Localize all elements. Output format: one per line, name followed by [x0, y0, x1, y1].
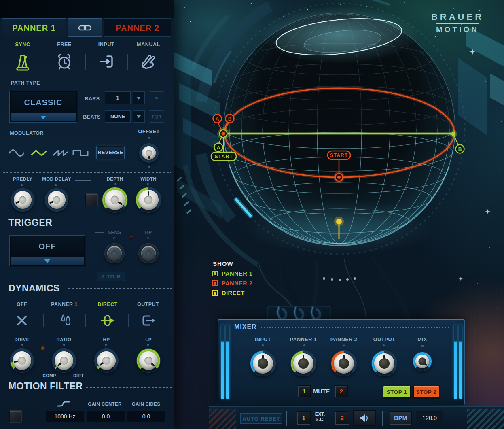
- mixer-input-knob[interactable]: [250, 351, 275, 376]
- bars-dropdown-button[interactable]: [133, 91, 145, 104]
- panner1-b-node[interactable]: [451, 132, 456, 136]
- ext-sc-label: EXT.S.C.: [311, 412, 329, 422]
- waveform-saw-button[interactable]: [51, 148, 70, 158]
- dyn-direct-button[interactable]: [100, 314, 115, 328]
- svg-text:B: B: [458, 147, 462, 152]
- free-mode-button[interactable]: [55, 52, 73, 73]
- triplet-button[interactable]: 3: [149, 110, 164, 123]
- waveform-square-button[interactable]: [71, 148, 90, 158]
- mixer-panner2-knob[interactable]: [331, 351, 356, 376]
- ratio-knob[interactable]: [52, 349, 76, 372]
- panner2-visibility-checkbox[interactable]: [212, 280, 218, 286]
- dyn-hp-knob[interactable]: [95, 349, 118, 372]
- mod-delay-label: MOD DELAY: [42, 176, 71, 181]
- mixer-output-knob[interactable]: [372, 351, 397, 376]
- gain-center-field[interactable]: 0.0: [87, 411, 125, 422]
- predelay-knob[interactable]: [11, 189, 34, 211]
- input-arrow-icon: [97, 53, 115, 71]
- chevron-down-icon: [44, 259, 50, 263]
- mod-delay-knob[interactable]: [45, 189, 68, 211]
- sens-knob[interactable]: [105, 244, 124, 263]
- x-icon: [16, 315, 28, 326]
- auto-reset-button[interactable]: AUTO RESET: [240, 413, 282, 424]
- marker-orange-a[interactable]: A: [213, 115, 222, 123]
- dyn-output-label: OUTPUT: [137, 302, 159, 307]
- bars-dot-button[interactable]: [149, 91, 164, 104]
- plugin-window: A B A START B START: [0, 0, 504, 429]
- width-knob[interactable]: [136, 187, 161, 212]
- stop2-button[interactable]: STOP 2: [413, 386, 439, 398]
- mixer-header: MIXER: [234, 323, 257, 331]
- control-panel: PANNER 1 PANNER 2 SYNC FREE INPUT MANUAL: [0, 0, 174, 429]
- mute2-button[interactable]: 2: [335, 386, 347, 397]
- dyn-direct-label: DIRECT: [98, 302, 118, 307]
- show-item-panner1[interactable]: PANNER 1: [210, 270, 252, 277]
- mod-delay-link-button[interactable]: [85, 194, 97, 206]
- mixer-panel: MIXER INPUT PANNER 1 PANNER 2 OUTPUT MIX…: [218, 319, 465, 405]
- mute1-button[interactable]: 1: [298, 386, 310, 397]
- a-to-b-button[interactable]: A TO B: [97, 272, 125, 281]
- beats-dropdown-button[interactable]: [133, 110, 145, 123]
- bpm-button[interactable]: BPM: [390, 412, 411, 425]
- trigger-value: OFF: [11, 236, 84, 257]
- mixer-panner1-knob[interactable]: [291, 351, 316, 376]
- bars-value[interactable]: 1: [105, 91, 131, 104]
- path-type-dropdown[interactable]: CLASSIC: [9, 91, 77, 123]
- trigger-dropdown[interactable]: OFF: [9, 235, 85, 266]
- filter-freq-field[interactable]: 1000 Hz: [46, 411, 84, 422]
- dyn-panner1-label: PANNER 1: [51, 302, 77, 307]
- trigger-dropdown-strip[interactable]: [11, 257, 84, 265]
- link-icon: [78, 24, 92, 32]
- chevron-down-icon: [40, 116, 46, 119]
- show-item-direct[interactable]: DIRECT: [210, 290, 252, 296]
- bpm-value-field[interactable]: 120.0: [416, 411, 443, 425]
- waveform-triangle-button[interactable]: [30, 148, 48, 158]
- stop1-button[interactable]: STOP 1: [383, 386, 411, 398]
- sine-wave-icon: [8, 149, 25, 157]
- sync-mode-button[interactable]: [14, 52, 32, 73]
- direct-visibility-checkbox[interactable]: [212, 290, 218, 296]
- tab-panner2[interactable]: PANNER 2: [104, 18, 171, 37]
- dyn-panner1-button[interactable]: [58, 313, 72, 329]
- motion-filter-toggle[interactable]: [9, 411, 21, 422]
- offset-knob[interactable]: [140, 144, 158, 162]
- mixer-mix-knob[interactable]: [413, 352, 432, 371]
- svg-text:START: START: [214, 154, 233, 159]
- manual-mode-button[interactable]: [140, 52, 158, 73]
- link-panners-button[interactable]: [68, 18, 102, 37]
- trigger-hp-knob[interactable]: [139, 244, 158, 263]
- path-type-dropdown-strip[interactable]: [11, 113, 76, 121]
- dyn-off-button[interactable]: [16, 315, 28, 328]
- dyn-output-button[interactable]: [142, 315, 155, 328]
- show-item-panner2[interactable]: PANNER 2: [210, 280, 252, 287]
- marker-green-a[interactable]: A: [214, 143, 223, 152]
- dirt-label: DIRT: [73, 373, 84, 378]
- mute-label: MUTE: [313, 388, 330, 395]
- gain-sides-field[interactable]: 0.0: [127, 411, 165, 422]
- drive-knob[interactable]: [10, 349, 34, 372]
- show-legend: SHOW PANNER 1 PANNER 2 DIRECT: [210, 260, 252, 296]
- dynamics-header: DYNAMICS: [8, 283, 60, 294]
- level-meter: [459, 325, 462, 399]
- alarm-clock-icon: [55, 52, 73, 72]
- marker-orange-b[interactable]: B: [226, 115, 234, 123]
- reverse-button[interactable]: REVERSE: [97, 146, 124, 159]
- show-label: SHOW: [213, 260, 252, 267]
- trigger-led: [129, 234, 133, 239]
- waveform-sine-button[interactable]: [7, 148, 26, 158]
- input-mode-button[interactable]: [97, 53, 115, 72]
- beats-value[interactable]: NONE: [105, 110, 131, 123]
- dyn-lp-knob[interactable]: [137, 349, 160, 372]
- mixer-panner1-label: PANNER 1: [290, 337, 317, 342]
- ext-sc-1-button[interactable]: 1: [297, 412, 310, 425]
- square-wave-icon: [72, 149, 89, 157]
- orange-start-label: START: [328, 151, 350, 159]
- tab-panner1[interactable]: PANNER 1: [2, 18, 66, 37]
- direct-marker[interactable]: [336, 219, 342, 224]
- path-type-value: CLASSIC: [11, 92, 76, 113]
- panner1-visibility-checkbox[interactable]: [212, 271, 218, 276]
- depth-knob[interactable]: [102, 187, 127, 212]
- ext-sc-2-button[interactable]: 2: [335, 412, 349, 425]
- audition-button[interactable]: [354, 411, 375, 425]
- marker-green-b[interactable]: B: [456, 145, 464, 153]
